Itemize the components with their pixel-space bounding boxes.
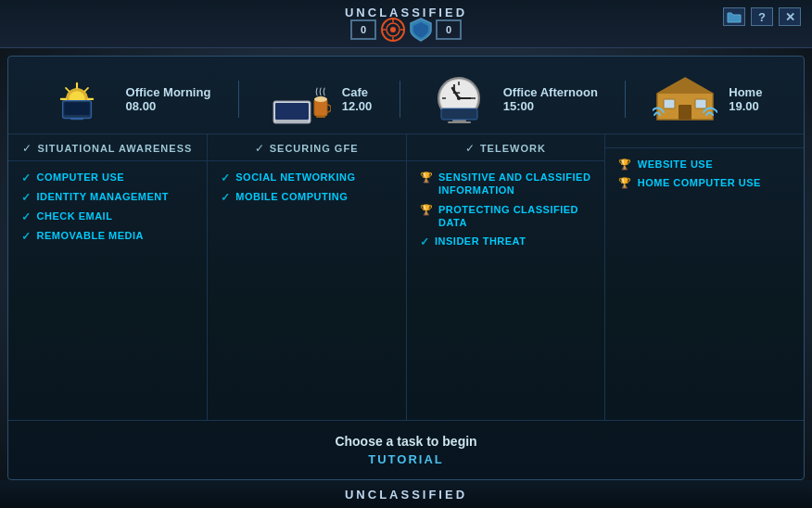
item-protecting-classified[interactable]: 🏆 PROTECTING CLASSIFIED DATA bbox=[420, 203, 596, 230]
timeline-item-cafe[interactable]: Cafe 12.00 bbox=[266, 73, 373, 124]
svg-rect-37 bbox=[448, 121, 471, 123]
svg-rect-42 bbox=[664, 99, 675, 108]
home-label: Home 19.00 bbox=[729, 85, 762, 113]
score-left: 0 bbox=[350, 19, 376, 40]
category-securing-gfe: ✓ SECURING GFE ✓ SOCIAL NETWORKING ✓ MOB… bbox=[208, 134, 407, 420]
category-telework: ✓ TELEWORK 🏆 SENSITIVE AND CLASSIFIED IN… bbox=[407, 134, 606, 420]
item-home-computer-use[interactable]: 🏆 HOME COMPUTER USE bbox=[618, 176, 794, 189]
main-content: Office Morning 08.00 bbox=[7, 56, 805, 480]
svg-marker-40 bbox=[657, 78, 713, 94]
home-use-header bbox=[605, 134, 804, 148]
situational-awareness-header: ✓ SITUATIONAL AWARENESS bbox=[8, 134, 207, 161]
timeline-item-office-afternoon[interactable]: L Office Afternoon 15 bbox=[427, 73, 598, 124]
svg-point-2 bbox=[390, 27, 396, 32]
timeline-row: Office Morning 08.00 bbox=[8, 57, 804, 134]
svg-rect-38 bbox=[441, 108, 477, 120]
telework-header: ✓ TELEWORK bbox=[407, 134, 605, 161]
svg-line-13 bbox=[66, 88, 69, 91]
category-situational-awareness: ✓ SITUATIONAL AWARENESS ✓ COMPUTER USE ✓… bbox=[8, 134, 208, 420]
svg-rect-25 bbox=[316, 116, 325, 118]
securing-gfe-items: ✓ SOCIAL NETWORKING ✓ MOBILE COMPUTING bbox=[208, 161, 406, 211]
item-sensitive-classified[interactable]: 🏆 SENSITIVE AND CLASSIFIED INFORMATION bbox=[420, 171, 596, 197]
home-use-items: 🏆 WEBSITE USE 🏆 HOME COMPUTER USE bbox=[605, 148, 804, 197]
svg-rect-18 bbox=[64, 102, 89, 115]
sep-2 bbox=[400, 81, 400, 118]
outer-frame: UNCLASSIFIED 0 0 bbox=[0, 0, 812, 508]
item-mobile-computing[interactable]: ✓ MOBILE COMPUTING bbox=[221, 190, 397, 204]
svg-rect-22 bbox=[275, 120, 309, 122]
situational-awareness-items: ✓ COMPUTER USE ✓ IDENTITY MANAGEMENT ✓ C… bbox=[8, 161, 207, 250]
svg-line-15 bbox=[84, 88, 87, 91]
svg-point-24 bbox=[314, 96, 327, 102]
svg-point-35 bbox=[457, 96, 461, 100]
item-computer-use[interactable]: ✓ COMPUTER USE bbox=[21, 171, 197, 184]
top-icons-group: 0 0 bbox=[350, 17, 462, 43]
item-insider-threat[interactable]: ✓ INSIDER THREAT bbox=[420, 235, 596, 248]
item-check-email[interactable]: ✓ CHECK EMAIL bbox=[21, 210, 197, 223]
sep-1 bbox=[238, 81, 239, 118]
svg-rect-21 bbox=[275, 103, 309, 120]
clock-icon: L bbox=[427, 73, 492, 124]
top-right-buttons: ? ✕ bbox=[723, 7, 801, 26]
sep-3 bbox=[625, 81, 626, 118]
cta-text: Choose a task to begin bbox=[21, 434, 791, 449]
target-icon bbox=[380, 17, 406, 43]
close-button[interactable]: ✕ bbox=[779, 7, 801, 26]
office-morning-label: Office Morning 08.00 bbox=[126, 85, 211, 113]
tutorial-link[interactable]: TUTORIAL bbox=[21, 452, 791, 466]
item-social-networking[interactable]: ✓ SOCIAL NETWORKING bbox=[221, 171, 397, 184]
item-identity-management[interactable]: ✓ IDENTITY MANAGEMENT bbox=[21, 190, 197, 204]
svg-rect-41 bbox=[679, 105, 691, 120]
svg-rect-43 bbox=[695, 99, 706, 108]
help-button[interactable]: ? bbox=[751, 7, 773, 26]
category-home-use: 🏆 WEBSITE USE 🏆 HOME COMPUTER USE bbox=[605, 134, 804, 420]
folder-button[interactable] bbox=[723, 7, 745, 26]
bottom-classification-label: UNCLASSIFIED bbox=[345, 488, 467, 502]
bottom-cta: Choose a task to begin TUTORIAL bbox=[8, 420, 804, 479]
categories-row: ✓ SITUATIONAL AWARENESS ✓ COMPUTER USE ✓… bbox=[8, 134, 804, 420]
item-removable-media[interactable]: ✓ REMOVABLE MEDIA bbox=[21, 229, 197, 243]
timeline-item-office-morning[interactable]: Office Morning 08.00 bbox=[50, 73, 211, 124]
house-icon bbox=[653, 73, 717, 124]
bottom-bar: UNCLASSIFIED bbox=[0, 480, 812, 508]
timeline-item-home[interactable]: Home 19.00 bbox=[653, 73, 762, 124]
top-bar: UNCLASSIFIED 0 0 bbox=[0, 0, 812, 48]
shield-icon bbox=[410, 19, 432, 41]
score-right: 0 bbox=[436, 19, 462, 40]
cafe-label: Cafe 12.00 bbox=[342, 85, 373, 113]
telework-items: 🏆 SENSITIVE AND CLASSIFIED INFORMATION 🏆… bbox=[407, 161, 605, 256]
cafe-icon bbox=[266, 73, 331, 124]
office-afternoon-label: Office Afternoon 15:00 bbox=[503, 85, 598, 113]
sun-icon bbox=[50, 73, 115, 124]
item-website-use[interactable]: 🏆 WEBSITE USE bbox=[618, 158, 794, 171]
svg-rect-19 bbox=[70, 119, 83, 121]
securing-gfe-header: ✓ SECURING GFE bbox=[208, 134, 406, 161]
